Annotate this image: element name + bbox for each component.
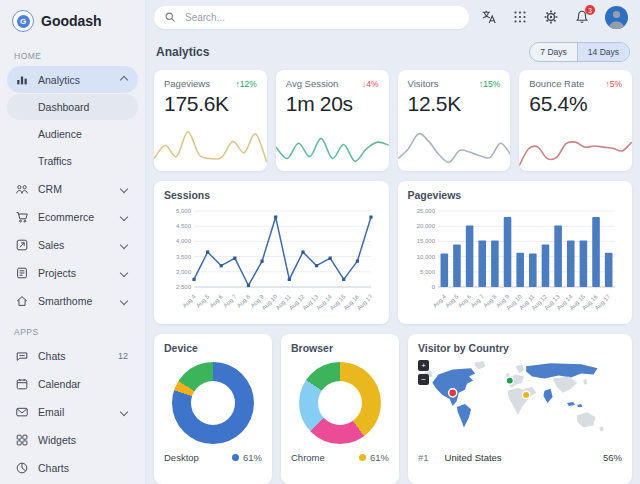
apps-grid-icon[interactable] xyxy=(512,9,528,25)
sidebar-item-charts[interactable]: Charts xyxy=(7,454,138,481)
country-indonesia-2 xyxy=(577,404,582,407)
sidebar-item-label: Analytics xyxy=(38,74,112,86)
search-input[interactable] xyxy=(183,11,459,24)
svg-text:0: 0 xyxy=(431,284,435,290)
svg-text:Aug 6: Aug 6 xyxy=(209,293,225,309)
svg-text:5,000: 5,000 xyxy=(176,208,192,214)
translate-icon[interactable] xyxy=(481,9,497,25)
sales-icon xyxy=(15,238,29,252)
email-icon xyxy=(15,405,29,419)
sidebar-item-crm[interactable]: CRM xyxy=(7,175,138,202)
country-indonesia xyxy=(567,402,575,406)
svg-text:Aug 5: Aug 5 xyxy=(195,293,211,309)
sessions-line-chart: 2,5003,0003,5004,0004,5005,000Aug 4Aug 5… xyxy=(164,203,379,321)
svg-text:Aug 8: Aug 8 xyxy=(236,293,252,309)
chevron-up-icon xyxy=(120,75,128,83)
date-range-toggle: 7 Days 14 Days xyxy=(529,42,630,62)
home-icon xyxy=(15,294,29,308)
legend-dot xyxy=(232,454,239,461)
sidebar-item-dashboard[interactable]: Dashboard xyxy=(7,94,138,120)
pageviews-bar-chart: 05,00010,00015,00020,00025,000Aug 4Aug 5… xyxy=(408,203,623,321)
stat-card-pageviews: Pageviews ↑12% 175.6K xyxy=(154,70,267,171)
stat-value: 12.5K xyxy=(398,89,511,116)
range-7days-button[interactable]: 7 Days xyxy=(530,43,577,61)
main-area: 3 Analytics 7 Days 14 Days Pageviews xyxy=(146,0,640,484)
sidebar-item-label: Ecommerce xyxy=(38,211,112,223)
sidebar-item-calendar[interactable]: Calendar xyxy=(7,370,138,397)
pageviews-chart-card: Pageviews 05,00010,00015,00020,00025,000… xyxy=(398,181,633,324)
legend-value: 61% xyxy=(243,452,262,463)
sidebar-item-label: Email xyxy=(38,406,112,418)
stat-cards-row: Pageviews ↑12% 175.6K Avg Session ↓4% 1m… xyxy=(154,70,632,171)
avatar[interactable] xyxy=(605,6,628,29)
stat-label: Pageviews xyxy=(164,78,210,89)
bottom-row: Device Desktop 61% Browser Chrome 61% xyxy=(154,334,632,484)
browser-card: Browser Chrome 61% xyxy=(281,334,399,484)
country-north-america xyxy=(432,368,475,406)
chevron-down-icon xyxy=(120,407,128,415)
sidebar-item-label: Calendar xyxy=(38,378,130,390)
stat-delta: ↑5% xyxy=(605,79,622,89)
sidebar-item-audience[interactable]: Audience xyxy=(7,121,138,147)
world-map[interactable] xyxy=(418,356,622,446)
svg-text:4,000: 4,000 xyxy=(176,238,192,244)
chevron-down-icon xyxy=(120,240,128,248)
sidebar-item-label: Charts xyxy=(38,462,130,474)
sidebar-item-ecommerce[interactable]: Ecommerce xyxy=(7,203,138,230)
sidebar-item-label: Smarthome xyxy=(38,295,112,307)
search-bar[interactable] xyxy=(154,6,469,29)
sidebar: G Goodash HOME Analytics Dashboard Audie… xyxy=(0,0,146,484)
sidebar-item-chats[interactable]: Chats 12 xyxy=(7,342,138,369)
country-new-zealand xyxy=(600,427,604,432)
stat-value: 65.4% xyxy=(519,89,632,116)
sidebar-item-smarthome[interactable]: Smarthome xyxy=(7,287,138,314)
sparkline xyxy=(398,125,511,171)
brand[interactable]: G Goodash xyxy=(0,0,145,38)
sidebar-item-traffics[interactable]: Traffics xyxy=(7,148,138,174)
sidebar-item-widgets[interactable]: Widgets xyxy=(7,426,138,453)
sidebar-item-email[interactable]: Email xyxy=(7,398,138,425)
sidebar-item-projects[interactable]: Projects xyxy=(7,259,138,286)
sidebar-item-sales[interactable]: Sales xyxy=(7,231,138,258)
svg-text:Aug 4: Aug 4 xyxy=(181,293,197,309)
svg-text:10,000: 10,000 xyxy=(416,254,435,260)
country-australia xyxy=(577,412,595,427)
browser-donut-chart xyxy=(299,362,381,444)
svg-text:20,000: 20,000 xyxy=(416,223,435,229)
map-marker-europe xyxy=(506,377,513,384)
svg-text:Aug 7: Aug 7 xyxy=(222,293,238,309)
sessions-chart-card: Sessions 2,5003,0003,5004,0004,5005,000A… xyxy=(154,181,389,324)
svg-text:3,000: 3,000 xyxy=(176,269,192,275)
section-label-home: HOME xyxy=(14,51,131,61)
country-name: United States xyxy=(445,452,502,463)
sparkline xyxy=(154,125,267,171)
map-footer-row: #1 United States 56% xyxy=(418,452,622,463)
map-zoom-out-button[interactable]: − xyxy=(418,374,429,385)
clipboard-icon xyxy=(15,266,29,280)
map-zoom-in-button[interactable]: + xyxy=(418,360,429,371)
calendar-icon xyxy=(15,377,29,391)
sidebar-item-analytics[interactable]: Analytics xyxy=(7,66,138,93)
stat-card-bounce-rate: Bounce Rate ↑5% 65.4% xyxy=(519,70,632,171)
gear-icon[interactable] xyxy=(543,9,559,25)
svg-text:3,500: 3,500 xyxy=(176,254,192,260)
chevron-down-icon xyxy=(120,212,128,220)
sidebar-item-label: Sales xyxy=(38,239,112,251)
bell-icon[interactable]: 3 xyxy=(574,9,590,25)
chart-title: Sessions xyxy=(164,189,379,201)
svg-text:4,500: 4,500 xyxy=(176,223,192,229)
country-percent: 56% xyxy=(603,452,622,463)
svg-text:25,000: 25,000 xyxy=(416,208,435,214)
svg-text:15,000: 15,000 xyxy=(416,238,435,244)
section-label-apps: APPS xyxy=(14,327,131,337)
device-card: Device Desktop 61% xyxy=(154,334,272,484)
chevron-down-icon xyxy=(120,296,128,304)
goodash-dashboard: G Goodash HOME Analytics Dashboard Audie… xyxy=(0,0,640,484)
stat-delta: ↑12% xyxy=(235,79,256,89)
stat-card-avg-session: Avg Session ↓4% 1m 20s xyxy=(276,70,389,171)
legend-value: 61% xyxy=(370,452,389,463)
range-14days-button[interactable]: 14 Days xyxy=(578,43,629,61)
chevron-down-icon xyxy=(120,184,128,192)
stat-label: Bounce Rate xyxy=(529,78,584,89)
map-marker-middle-east xyxy=(522,391,529,398)
